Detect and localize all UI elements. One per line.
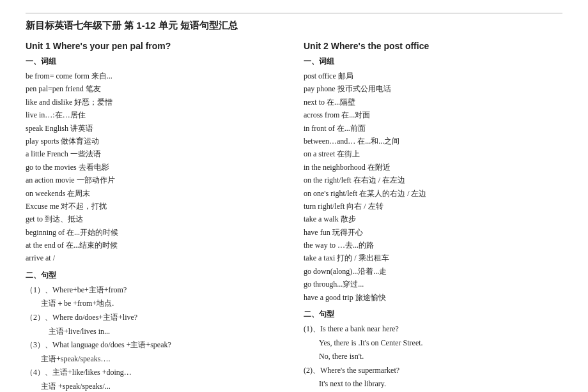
vocab-item: an action movie 一部动作片 (26, 174, 284, 186)
column-1: Unit 1 Where's your pen pal from? 一、词组 b… (26, 41, 284, 392)
vocab-item: speak English 讲英语 (26, 122, 284, 135)
sentence-item: （4）、主语+like/likes +doing… (26, 366, 284, 380)
top-divider (26, 13, 562, 13)
vocab-item: pay phone 投币式公用电话 (304, 82, 562, 95)
unit1-vocab-list: be from= come form 来自... pen pal=pen fri… (26, 70, 284, 265)
vocab-item: go through...穿过... (304, 278, 562, 290)
unit1-title: Unit 1 Where's your pen pal from? (26, 41, 284, 51)
vocab-item: a little French 一些法语 (26, 147, 284, 160)
sentence-item: （3）、What language do/does +主语+speak? (26, 338, 284, 352)
unit2-section2-heading: 二、句型 (304, 309, 562, 320)
vocab-item: Excuse me 对不起，打扰 (26, 200, 284, 213)
sentence-item: No, there isn't. (304, 350, 562, 364)
vocab-item: pen pal=pen friend 笔友 (26, 82, 284, 95)
unit2-section1-heading: 一、词组 (304, 56, 562, 67)
vocab-item: like and dislike 好恶；爱憎 (26, 96, 284, 109)
vocab-item: on a street 在街上 (304, 147, 562, 160)
main-content: Unit 1 Where's your pen pal from? 一、词组 b… (26, 41, 562, 392)
vocab-item: go down(along)...沿着...走 (304, 265, 562, 278)
vocab-item: have fun 玩得开心 (304, 226, 562, 239)
vocab-item: play sports 做体育运动 (26, 135, 284, 147)
vocab-item: have a good trip 旅途愉快 (304, 291, 562, 304)
unit2-sentence-list: (1)、Is there a bank near here? Yes, ther… (304, 322, 562, 392)
sentence-item: （1）、Where+be+主语+from? (26, 283, 284, 298)
unit2-vocab-list: post office 邮局 pay phone 投币式公用电话 next to… (304, 70, 562, 304)
vocab-item: be from= come form 来自... (26, 70, 284, 82)
sentence-item: （2）、Where do/does+主语+live? (26, 311, 284, 325)
vocab-item: go to the movies 去看电影 (26, 161, 284, 174)
sentence-item: 主语 +speak/speaks/... (26, 380, 284, 392)
vocab-item: in the neighborhood 在附近 (304, 161, 562, 174)
vocab-item: on one's right/left 在某人的右边 / 左边 (304, 187, 562, 200)
vocab-item: on the right/left 在右边 / 在左边 (304, 174, 562, 186)
sentence-item: (2)、Where's the supermarket? (304, 364, 562, 378)
vocab-item: take a walk 散步 (304, 213, 562, 225)
vocab-item: the way to …去...的路 (304, 239, 562, 252)
vocab-item: post office 邮局 (304, 70, 562, 82)
vocab-item: take a taxi 打的 / 乘出租车 (304, 252, 562, 264)
vocab-item: between…and… 在...和...之间 (304, 135, 562, 147)
unit1-section1-heading: 一、词组 (26, 56, 284, 67)
unit1-section2-heading: 二、句型 (26, 270, 284, 281)
vocab-item: get to 到达、抵达 (26, 213, 284, 225)
sentence-item: 主语+live/lives in... (26, 325, 284, 339)
column-2: Unit 2 Where's the post office 一、词组 post… (304, 41, 562, 392)
vocab-item: on weekends 在周末 (26, 187, 284, 200)
vocab-item: live in…:在…居住 (26, 109, 284, 121)
sentence-item: (1)、Is there a bank near here? (304, 322, 562, 336)
vocab-item: next to 在...隔壁 (304, 96, 562, 109)
unit1-sentence-list: （1）、Where+be+主语+from? 主语＋be +from+地点. （2… (26, 283, 284, 392)
sentence-item: Yes, there is .It's on Center Street. (304, 336, 562, 351)
vocab-item: arrive at / (26, 252, 284, 264)
unit2-title: Unit 2 Where's the post office (304, 41, 562, 51)
vocab-item: in front of 在...前面 (304, 122, 562, 135)
page-title: 新目标英语七年级下册 第 1-12 单元 短语句型汇总 (26, 20, 562, 32)
vocab-item: beginning of 在...开始的时候 (26, 226, 284, 239)
sentence-item: 主语＋be +from+地点. (26, 297, 284, 311)
vocab-item: across from 在...对面 (304, 109, 562, 121)
vocab-item: at the end of 在...结束的时候 (26, 239, 284, 252)
sentence-item: 主语+speak/speaks…. (26, 352, 284, 366)
sentence-item: It's next to the library. (304, 377, 562, 391)
vocab-item: turn right/left 向右 / 左转 (304, 200, 562, 213)
